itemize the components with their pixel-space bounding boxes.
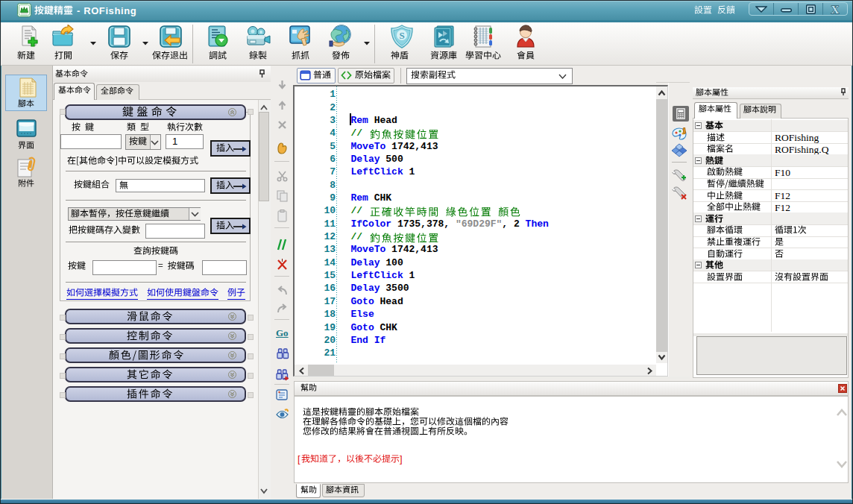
svg-text:X: X — [831, 4, 840, 14]
svg-text:S: S — [399, 30, 404, 41]
